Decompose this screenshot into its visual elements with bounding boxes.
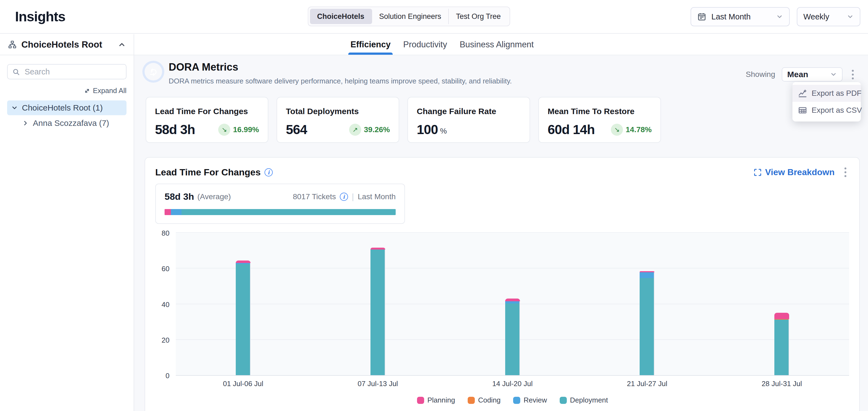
date-range-select[interactable]: Last Month	[690, 7, 790, 26]
y-axis-tick: 80	[161, 229, 169, 238]
granularity-select[interactable]: Weekly	[797, 7, 860, 26]
trend-arrow-icon: ↘	[221, 126, 227, 134]
y-axis-tick: 60	[161, 265, 169, 273]
export-menu: Export as PDF Export as CSV	[793, 82, 861, 122]
org-tree-sidebar: ChoiceHotels Root Expand All ChoiceHotel…	[0, 34, 134, 411]
trend-badge: ↘ 14.78%	[611, 124, 652, 136]
metric-value: 58d 3h	[155, 122, 195, 137]
average-value: 58d 3h	[164, 191, 194, 202]
chart-line-icon	[798, 89, 807, 98]
date-range-value: Last Month	[711, 12, 750, 21]
trend-arrow-icon: ↘	[614, 126, 620, 134]
aggregation-select[interactable]: Mean	[782, 67, 842, 81]
expand-all-button[interactable]: Expand All	[0, 87, 126, 95]
gridline	[176, 268, 849, 268]
menu-item-label: Export as CSV	[812, 106, 862, 115]
org-tree: ChoiceHotels Root (1) Anna Scozzafava (7…	[7, 100, 126, 131]
chevron-right-icon[interactable]	[22, 119, 29, 127]
view-breakdown-button[interactable]: View Breakdown	[753, 167, 835, 177]
bar-segment-deployment[interactable]	[505, 304, 520, 375]
sidebar-header[interactable]: ChoiceHotels Root	[0, 34, 134, 55]
chevron-down-icon[interactable]	[11, 104, 18, 111]
info-icon[interactable]: i	[340, 193, 348, 201]
tree-item-root[interactable]: ChoiceHotels Root (1)	[7, 100, 126, 115]
legend-label: Planning	[427, 396, 455, 404]
legend-label: Coding	[478, 396, 500, 404]
phase-summary-bar	[164, 209, 396, 215]
legend-swatch	[468, 397, 475, 404]
metric-unit: %	[440, 127, 447, 135]
tab-productivity[interactable]: Productivity	[403, 34, 447, 55]
bar-01 Jul-06 Jul[interactable]	[236, 261, 251, 375]
bar-segment-review[interactable]	[640, 272, 654, 278]
org-tab-test-org-tree[interactable]: Test Org Tree	[449, 9, 508, 24]
info-icon[interactable]: i	[265, 168, 273, 176]
average-label: (Average)	[197, 192, 231, 201]
top-bar: Insights ChoiceHotels Solution Engineers…	[0, 0, 868, 34]
dora-title: DORA Metrics	[169, 61, 512, 73]
dora-kebab-menu-button[interactable]	[849, 68, 857, 81]
expand-icon	[84, 87, 91, 94]
bar-14 Jul-20 Jul[interactable]	[505, 299, 520, 375]
trend-arrow-icon: ↗	[352, 126, 358, 134]
lead-time-bar-chart: 020406080 01 Jul-06 Jul07 Jul-13 Jul14 J…	[155, 233, 849, 403]
bar-segment-deployment[interactable]	[640, 278, 654, 375]
expand-all-label: Expand All	[93, 87, 126, 95]
bar-21 Jul-27 Jul[interactable]	[640, 271, 654, 375]
x-axis-label: 07 Jul-13 Jul	[358, 380, 398, 388]
trend-badge: ↗ 39.26%	[349, 124, 390, 136]
summary-bar-segment-review	[171, 209, 182, 215]
bar-segment-review[interactable]	[505, 301, 520, 304]
legend-item-review[interactable]: Review	[513, 396, 547, 404]
gridline	[176, 232, 849, 233]
chevron-down-icon	[776, 13, 783, 20]
metric-title: Change Failure Rate	[417, 107, 521, 116]
search-input[interactable]	[7, 64, 126, 79]
x-axis-label: 28 Jul-31 Jul	[762, 380, 802, 388]
org-tab-choicehotels[interactable]: ChoiceHotels	[310, 9, 372, 24]
legend-label: Review	[524, 396, 547, 404]
legend-item-deployment[interactable]: Deployment	[560, 396, 608, 404]
dora-description: DORA metrics measure software delivery p…	[169, 77, 512, 85]
metric-title: Lead Time For Changes	[155, 107, 259, 116]
y-axis-tick: 0	[166, 372, 169, 380]
tab-business-alignment[interactable]: Business Alignment	[460, 34, 534, 55]
legend-item-coding[interactable]: Coding	[468, 396, 500, 404]
lead-time-chart-panel: Lead Time For Changes i View Breakdown	[145, 157, 860, 411]
metric-value: 564	[286, 122, 307, 137]
tree-item-label: Anna Scozzafava (7)	[33, 118, 109, 128]
bar-segment-deployment[interactable]	[236, 264, 251, 375]
bar-28 Jul-31 Jul[interactable]	[774, 313, 789, 375]
chevron-down-icon	[830, 71, 837, 78]
chevron-up-icon[interactable]	[118, 40, 126, 49]
org-tab-solution-engineers[interactable]: Solution Engineers	[372, 9, 449, 24]
metric-value: 60d 14h	[548, 122, 595, 137]
tab-efficiency[interactable]: Efficiency	[350, 34, 391, 55]
tree-item-anna-scozzafava[interactable]: Anna Scozzafava (7)	[18, 116, 126, 131]
chart-title: Lead Time For Changes	[155, 167, 261, 178]
view-breakdown-label: View Breakdown	[765, 167, 835, 177]
bar-07 Jul-13 Jul[interactable]	[370, 248, 385, 375]
y-axis-tick: 20	[161, 336, 169, 344]
trend-delta: 16.99%	[233, 125, 259, 134]
average-summary-card: 58d 3h (Average) 8017 Tickets i | Last M…	[155, 183, 405, 224]
dora-sprint-icon	[145, 63, 162, 80]
legend-item-planning[interactable]: Planning	[417, 396, 455, 404]
granularity-value: Weekly	[803, 12, 829, 21]
menu-item-export-pdf[interactable]: Export as PDF	[793, 85, 861, 102]
page-title: Insights	[15, 9, 65, 25]
x-axis-label: 01 Jul-06 Jul	[223, 380, 263, 388]
search-icon	[12, 68, 20, 76]
bar-segment-deployment[interactable]	[370, 249, 385, 375]
metric-card-lead-time: Lead Time For Changes 58d 3h ↘ 16.99%	[146, 97, 268, 143]
table-icon	[798, 106, 807, 115]
bar-segment-planning[interactable]	[774, 313, 789, 319]
bar-segment-planning[interactable]	[236, 261, 251, 263]
menu-item-label: Export as PDF	[812, 89, 861, 98]
bar-segment-deployment[interactable]	[774, 319, 789, 375]
menu-item-export-csv[interactable]: Export as CSV	[793, 102, 861, 119]
org-tree-icon	[8, 40, 17, 49]
chart-kebab-menu-button[interactable]	[842, 166, 849, 179]
bar-segment-planning[interactable]	[505, 299, 520, 301]
chart-plot-area	[176, 233, 849, 376]
